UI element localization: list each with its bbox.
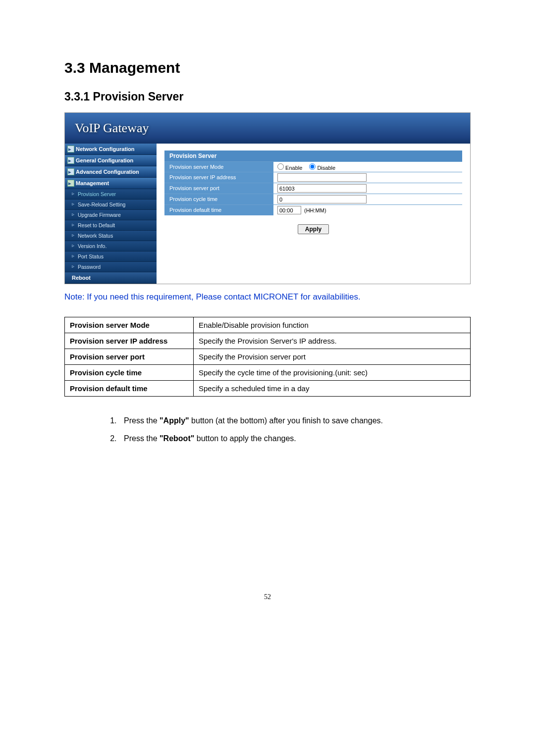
table-row: Provision server IP addressSpecify the P… bbox=[65, 333, 471, 349]
sidebar-sub-password[interactable]: Password bbox=[65, 262, 157, 272]
radio-disable[interactable]: Disable bbox=[309, 163, 335, 171]
sidebar-item-advanced-configuration[interactable]: Advanced Configuration bbox=[65, 166, 157, 178]
page-number: 52 bbox=[64, 593, 471, 601]
table-row: Provision cycle timeSpecify the cycle ti… bbox=[65, 365, 471, 381]
row-label: Provision default time bbox=[164, 205, 273, 215]
app-title: VoIP Gateway bbox=[75, 121, 149, 136]
sidebar-item-label: Management bbox=[76, 180, 109, 186]
sidebar-item-label: General Configuration bbox=[76, 157, 133, 163]
sidebar-sub-reset-to-default[interactable]: Reset to Default bbox=[65, 220, 157, 231]
description-table: Provision server ModeEnable/Disable prov… bbox=[64, 317, 471, 397]
step-1: Press the "Apply" button (at the bottom)… bbox=[119, 414, 471, 427]
step-2: Press the "Reboot" button to apply the c… bbox=[119, 432, 471, 445]
sidebar-item-network-configuration[interactable]: Network Configuration bbox=[65, 144, 157, 155]
voip-gateway-screenshot: VoIP Gateway Network Configuration Gener… bbox=[64, 112, 471, 284]
content-pane: Provision Server Provision server Mode E… bbox=[157, 144, 470, 284]
heading-provision-server: 3.3.1 Provision Server bbox=[64, 90, 471, 103]
heading-management: 3.3 Management bbox=[64, 59, 471, 76]
hhmm-suffix: (HH:MM) bbox=[304, 207, 326, 213]
sidebar-sub-port-status[interactable]: Port Status bbox=[65, 252, 157, 262]
input-server-port[interactable] bbox=[277, 184, 367, 193]
row-provision-server-ip: Provision server IP address bbox=[164, 172, 462, 183]
input-cycle-time[interactable] bbox=[277, 195, 367, 203]
apply-button[interactable]: Apply bbox=[298, 224, 329, 234]
instruction-steps: Press the "Apply" button (at the bottom)… bbox=[119, 414, 471, 445]
sidebar-sub-network-status[interactable]: Network Status bbox=[65, 231, 157, 241]
sidebar-sub-provision-server[interactable]: Provision Server bbox=[65, 189, 157, 200]
row-label: Provision server IP address bbox=[164, 172, 273, 183]
micronet-note: Note: If you need this requirement, Plea… bbox=[64, 292, 471, 302]
sidebar: Network Configuration General Configurat… bbox=[65, 144, 157, 284]
row-label: Provision server Mode bbox=[164, 162, 273, 172]
row-provision-default-time: Provision default time (HH:MM) bbox=[164, 204, 462, 215]
radio-enable[interactable]: Enable bbox=[277, 163, 302, 171]
row-provision-server-mode: Provision server Mode Enable Disable bbox=[164, 161, 462, 172]
row-label: Provision cycle time bbox=[164, 194, 273, 204]
sidebar-sub-version-info[interactable]: Version Info. bbox=[65, 241, 157, 252]
app-header: VoIP Gateway bbox=[65, 113, 470, 144]
table-row: Provision server portSpecify the Provisi… bbox=[65, 349, 471, 365]
table-row: Provision server ModeEnable/Disable prov… bbox=[65, 317, 471, 333]
sidebar-sub-upgrade-firmware[interactable]: Upgrade Firmware bbox=[65, 210, 157, 220]
table-row: Provision default timeSpecify a schedule… bbox=[65, 381, 471, 397]
row-provision-cycle-time: Provision cycle time bbox=[164, 194, 462, 204]
row-provision-server-port: Provision server port bbox=[164, 183, 462, 194]
row-label: Provision server port bbox=[164, 183, 273, 194]
sidebar-item-management[interactable]: Management bbox=[65, 178, 157, 189]
sidebar-item-general-configuration[interactable]: General Configuration bbox=[65, 155, 157, 166]
input-default-time[interactable] bbox=[277, 206, 301, 214]
input-ip-address[interactable] bbox=[277, 173, 367, 182]
sidebar-item-label: Network Configuration bbox=[76, 146, 135, 152]
panel-title: Provision Server bbox=[164, 151, 462, 161]
sidebar-item-label: Advanced Configuration bbox=[76, 169, 139, 175]
sidebar-sub-save-reload-setting[interactable]: Save-Reload Setting bbox=[65, 200, 157, 210]
sidebar-reboot-button[interactable]: Reboot bbox=[65, 272, 157, 284]
